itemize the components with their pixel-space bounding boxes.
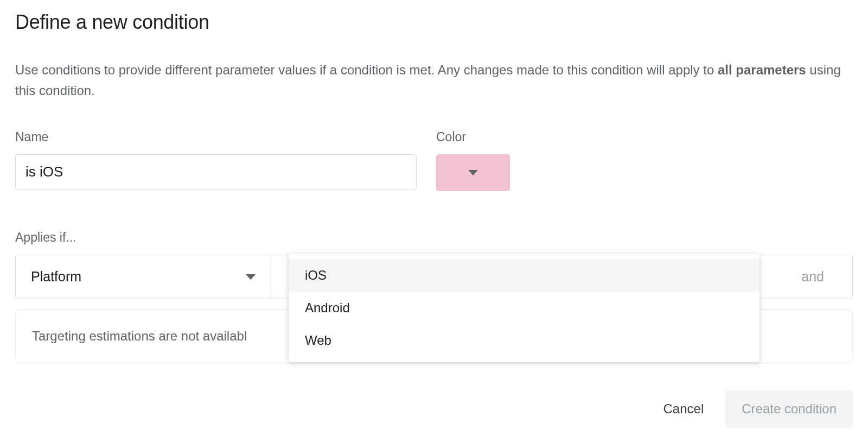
page-title: Define a new condition [15,11,853,34]
dropdown-item-web[interactable]: Web [289,324,760,357]
name-color-row: Name Color [15,130,853,191]
dropdown-item-ios[interactable]: iOS [289,259,760,292]
create-condition-button[interactable]: Create condition [725,390,853,427]
dropdown-item-android[interactable]: Android [289,292,760,324]
color-label: Color [436,130,510,144]
dialog-button-row: Cancel Create condition [15,390,853,427]
attribute-select[interactable]: Platform [15,255,271,299]
condition-row: Platform and iOS Android Web [15,255,853,299]
platform-dropdown-menu: iOS Android Web [289,254,760,362]
color-field-group: Color [436,130,510,191]
chevron-down-icon [246,274,256,280]
description-text: Use conditions to provide different para… [15,60,853,102]
color-select[interactable] [436,154,510,191]
name-label: Name [15,130,417,144]
name-input[interactable] [15,154,417,190]
description-before: Use conditions to provide different para… [15,62,718,77]
chevron-down-icon [468,170,478,175]
cancel-button[interactable]: Cancel [659,401,709,417]
description-bold: all parameters [718,62,806,77]
and-operator-label[interactable]: and [801,269,824,285]
attribute-select-value: Platform [31,269,81,285]
applies-if-label: Applies if... [15,230,853,245]
targeting-estimation-text: Targeting estimations are not availabl [32,329,247,344]
name-field-group: Name [15,130,417,191]
